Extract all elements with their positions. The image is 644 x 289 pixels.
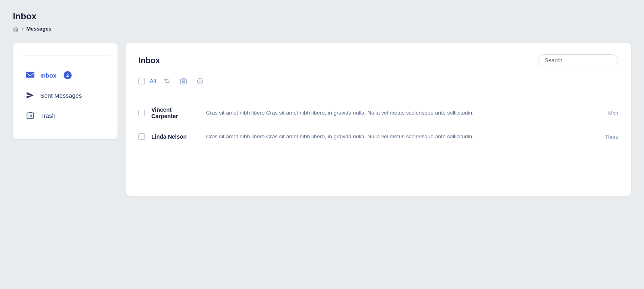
message-row[interactable]: Vincent Carpenter Cras sit amet nibh lib… (138, 100, 618, 126)
breadcrumb-home-icon[interactable] (13, 26, 19, 32)
breadcrumb-current: Messages (27, 26, 52, 32)
sidebar-item-inbox[interactable]: Inbox 2 (21, 67, 109, 84)
trash-label: Trash (40, 112, 56, 119)
message-date-1: Thurs (598, 134, 618, 140)
main-layout: Inbox 2 Sent Messages (13, 43, 631, 196)
inbox-header: Inbox (138, 54, 618, 66)
inbox-badge: 2 (64, 71, 72, 79)
inbox-icon (26, 71, 35, 80)
message-checkbox-1[interactable] (138, 133, 145, 140)
message-sender-1: Linda Nelson (151, 133, 200, 140)
sent-label: Sent Messages (40, 92, 82, 99)
inbox-title: Inbox (138, 56, 160, 65)
svg-point-10 (197, 78, 203, 84)
sidebar: Inbox 2 Sent Messages (13, 43, 118, 139)
trash-icon (26, 111, 35, 120)
message-list: Vincent Carpenter Cras sit amet nibh lib… (138, 100, 618, 147)
mark-read-button[interactable] (194, 76, 206, 86)
main-content: Inbox All (126, 43, 631, 196)
sidebar-item-trash[interactable]: Trash (21, 107, 109, 124)
breadcrumb-separator: > (21, 26, 24, 32)
message-sender-0: Vincent Carpenter (151, 107, 200, 119)
page-title: Inbox (13, 11, 631, 22)
undo-button[interactable] (161, 76, 173, 86)
message-checkbox-0[interactable] (138, 110, 145, 116)
sidebar-divider (21, 55, 109, 55)
message-date-0: Mon (598, 110, 618, 116)
sent-icon (26, 91, 35, 100)
select-all-label[interactable]: All (150, 78, 156, 84)
delete-button[interactable] (178, 76, 189, 86)
message-row[interactable]: Linda Nelson Cras sit amet nibh libero C… (138, 126, 618, 147)
sidebar-item-sent[interactable]: Sent Messages (21, 87, 109, 104)
inbox-label: Inbox (40, 72, 56, 79)
message-preview-0: Cras sit amet nibh libero Cras sit amet … (206, 109, 592, 117)
toolbar: All (138, 76, 618, 92)
select-all-checkbox[interactable] (138, 78, 145, 84)
search-input[interactable] (538, 54, 618, 66)
breadcrumb: > Messages (13, 26, 631, 32)
message-preview-1: Cras sit amet nibh libero Cras sit amet … (206, 133, 592, 141)
